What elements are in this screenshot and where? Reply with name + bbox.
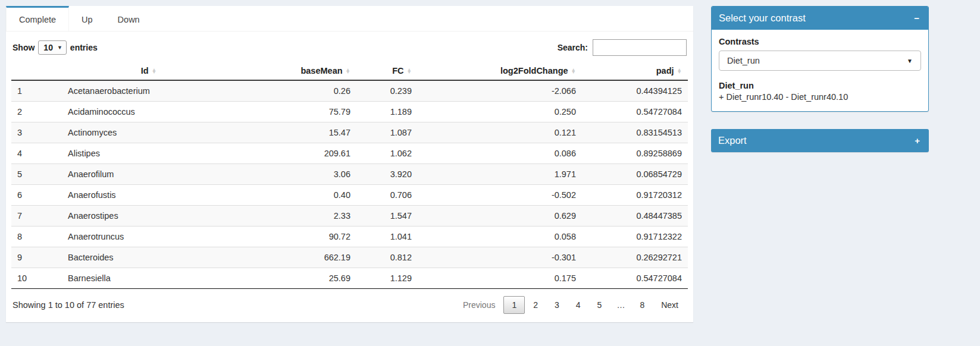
- cell-id: Anaerostipes: [62, 206, 236, 227]
- page-numbers: 12345…8: [503, 296, 653, 314]
- contrast-box-header[interactable]: Select your contrast −: [712, 7, 928, 30]
- cell-padj: 0.44394125: [582, 80, 688, 102]
- page-button-5[interactable]: 5: [589, 296, 610, 314]
- header-basemean-label: baseMean: [300, 66, 342, 76]
- cell-padj: 0.26292721: [582, 247, 688, 268]
- pagination: Previous 12345…8 Next: [455, 296, 687, 314]
- cell-base-mean: 209.61: [236, 143, 356, 164]
- cell-id: Barnesiella: [62, 268, 236, 289]
- tab-down[interactable]: Down: [105, 6, 152, 31]
- cell-index: 10: [11, 268, 62, 289]
- table-row[interactable]: 6Anaerofustis0.400.706-0.5020.91720312: [11, 185, 688, 206]
- contrast-box: Select your contrast − Contrasts Diet_ru…: [711, 6, 929, 112]
- cell-base-mean: 25.69: [236, 268, 356, 289]
- cell-padj: 0.48447385: [582, 206, 688, 227]
- tab-content: Show 10 ▼ entries Search:: [6, 32, 693, 322]
- table-row[interactable]: 5Anaerofilum3.063.9201.9710.06854729: [11, 164, 688, 185]
- page-length-select[interactable]: 10 ▼: [38, 40, 67, 55]
- export-box-title: Export: [718, 135, 747, 146]
- sidebar: Select your contrast − Contrasts Diet_ru…: [711, 6, 929, 152]
- contrast-select[interactable]: Diet_run ▼: [719, 51, 921, 71]
- entries-label: entries: [70, 43, 98, 52]
- header-id-label: Id: [141, 66, 149, 76]
- collapse-minus-icon[interactable]: −: [912, 13, 921, 23]
- tab-bar: Complete Up Down: [6, 6, 693, 32]
- expand-plus-icon[interactable]: +: [913, 136, 922, 146]
- page-button-2[interactable]: 2: [525, 296, 546, 314]
- search-control: Search:: [558, 39, 687, 56]
- page-button-4[interactable]: 4: [568, 296, 589, 314]
- tab-complete[interactable]: Complete: [6, 6, 69, 31]
- previous-button[interactable]: Previous: [455, 296, 503, 314]
- cell-id: Anaerotruncus: [62, 227, 236, 247]
- table-info: Showing 1 to 10 of 77 entries: [12, 300, 124, 310]
- cell-base-mean: 3.06: [236, 164, 356, 185]
- contrasts-label: Contrasts: [719, 37, 921, 46]
- table-row[interactable]: 4Alistipes209.611.0620.0860.89258869: [11, 143, 688, 164]
- next-button[interactable]: Next: [653, 296, 687, 314]
- page-ellipsis: …: [610, 296, 631, 314]
- cell-base-mean: 2.33: [236, 206, 356, 227]
- contrast-detail: Diet_run + Diet_runr10.40 - Diet_runr40.…: [719, 81, 921, 102]
- sort-icon: ▲▼: [152, 68, 156, 74]
- search-input[interactable]: [593, 39, 687, 56]
- search-label: Search:: [558, 43, 588, 52]
- cell-base-mean: 15.47: [236, 122, 356, 143]
- table-row[interactable]: 3Actinomyces15.471.0870.1210.83154513: [11, 122, 688, 143]
- cell-id: Acidaminococcus: [62, 102, 236, 122]
- cell-index: 9: [11, 247, 62, 268]
- cell-log2fc: 0.629: [418, 206, 582, 227]
- cell-id: Anaerofilum: [62, 164, 236, 185]
- page-button-1[interactable]: 1: [503, 296, 525, 314]
- table-row[interactable]: 8Anaerotruncus90.721.0410.0580.91712322: [11, 227, 688, 247]
- header-padj-label: padj: [656, 66, 674, 76]
- cell-index: 1: [11, 80, 62, 102]
- sort-icon: ▲▼: [571, 68, 576, 74]
- header-log2fc[interactable]: log2FoldChange ▲▼: [418, 62, 582, 80]
- header-padj[interactable]: padj ▲▼: [582, 62, 688, 80]
- header-index: [11, 62, 62, 80]
- cell-id: Anaerofustis: [62, 185, 236, 206]
- cell-log2fc: 1.971: [418, 164, 582, 185]
- show-label: Show: [12, 43, 35, 52]
- cell-log2fc: 0.250: [418, 102, 582, 122]
- table-row[interactable]: 7Anaerostipes2.331.5470.6290.48447385: [11, 206, 688, 227]
- contrast-box-body: Contrasts Diet_run ▼ Diet_run + Diet_run…: [712, 30, 928, 111]
- cell-index: 7: [11, 206, 62, 227]
- cell-index: 3: [11, 122, 62, 143]
- export-box-header[interactable]: Export +: [711, 129, 929, 152]
- contrast-detail-formula: + Diet_runr10.40 - Diet_runr40.10: [719, 92, 921, 102]
- cell-log2fc: 0.175: [418, 268, 582, 289]
- results-table: Id ▲▼ baseMean ▲▼ FC: [11, 62, 688, 289]
- cell-base-mean: 0.40: [236, 185, 356, 206]
- cell-index: 5: [11, 164, 62, 185]
- select-caret-icon: ▼: [57, 45, 62, 51]
- cell-padj: 0.06854729: [582, 164, 688, 185]
- header-id[interactable]: Id ▲▼: [62, 62, 236, 80]
- table-row[interactable]: 9Bacteroides662.190.812-0.3010.26292721: [11, 247, 688, 268]
- page-button-8[interactable]: 8: [631, 296, 653, 314]
- dropdown-caret-icon: ▼: [907, 58, 913, 64]
- table-row[interactable]: 1Acetanaerobacterium0.260.239-2.0660.443…: [11, 80, 688, 102]
- cell-log2fc: 0.086: [418, 143, 582, 164]
- tab-up[interactable]: Up: [69, 6, 105, 31]
- header-basemean[interactable]: baseMean ▲▼: [236, 62, 356, 80]
- table-row[interactable]: 10Barnesiella25.691.1290.1750.54727084: [11, 268, 688, 289]
- cell-padj: 0.91720312: [582, 185, 688, 206]
- cell-fc: 1.041: [356, 227, 418, 247]
- page: Complete Up Down Show 10 ▼ entries Searc…: [0, 0, 980, 322]
- cell-id: Alistipes: [62, 143, 236, 164]
- cell-base-mean: 90.72: [236, 227, 356, 247]
- cell-fc: 3.920: [356, 164, 418, 185]
- contrast-select-value: Diet_run: [727, 56, 760, 65]
- cell-padj: 0.83154513: [582, 122, 688, 143]
- cell-fc: 1.189: [356, 102, 418, 122]
- header-fc[interactable]: FC ▲▼: [356, 62, 418, 80]
- page-button-3[interactable]: 3: [546, 296, 568, 314]
- sort-icon: ▲▼: [407, 68, 412, 74]
- cell-log2fc: -0.502: [418, 185, 582, 206]
- table-row[interactable]: 2Acidaminococcus75.791.1890.2500.5472708…: [11, 102, 688, 122]
- cell-padj: 0.54727084: [582, 102, 688, 122]
- table-footer: Showing 1 to 10 of 77 entries Previous 1…: [11, 289, 688, 314]
- table-controls: Show 10 ▼ entries Search:: [11, 37, 688, 62]
